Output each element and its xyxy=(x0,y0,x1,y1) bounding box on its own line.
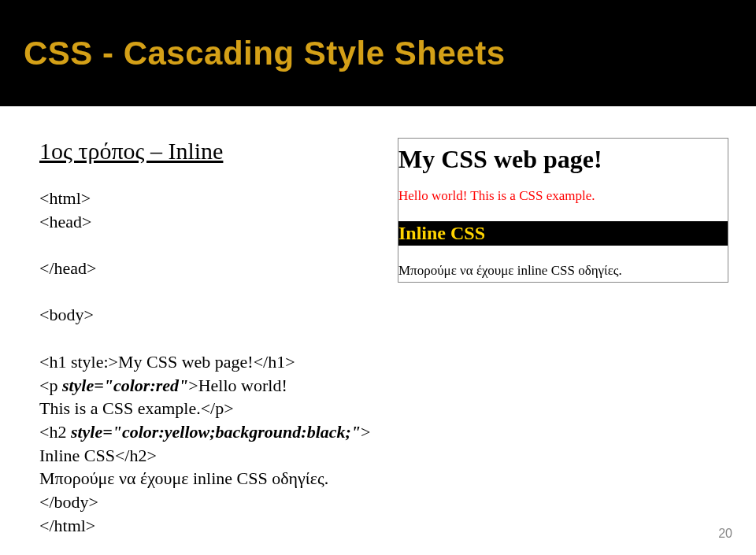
right-column: My CSS web page! Hello world! This is a … xyxy=(398,138,728,537)
code-line: <body> xyxy=(39,305,94,324)
code-style-attr: style="color:red" xyxy=(62,376,188,395)
code-line: <h1 style:>My CSS web page!</h1> xyxy=(39,352,295,372)
code-line: </head> xyxy=(39,258,96,278)
preview-paragraph: Hello world! This is a CSS example. xyxy=(398,188,728,204)
code-line: <h2 xyxy=(39,422,71,442)
code-line: Inline CSS</h2> xyxy=(39,446,157,465)
method-heading: 1ος τρόπος – Inline xyxy=(39,138,374,165)
code-line: </body> xyxy=(39,492,98,512)
code-line: </html> xyxy=(39,516,95,535)
preview-heading-2: Inline CSS xyxy=(398,221,728,246)
slide-title-bar: CSS - Cascading Style Sheets xyxy=(0,0,756,106)
page-number: 20 xyxy=(718,527,732,541)
slide-content: 1ος τρόπος – Inline <html> <head> </head… xyxy=(0,106,756,537)
code-line: > xyxy=(361,422,370,442)
preview-heading-1: My CSS web page! xyxy=(398,145,728,174)
browser-preview: My CSS web page! Hello world! This is a … xyxy=(398,138,728,283)
code-line: <head> xyxy=(39,212,91,231)
code-block: <html> <head> </head> <body> <h1 style:>… xyxy=(39,187,374,537)
preview-body-text: Μπορούμε να έχουμε inline CSS οδηγίες. xyxy=(398,263,728,279)
code-line: <html> xyxy=(39,188,91,208)
code-line: >Hello world! xyxy=(188,376,287,395)
slide-title: CSS - Cascading Style Sheets xyxy=(24,35,506,72)
code-line: This is a CSS example.</p> xyxy=(39,398,234,418)
code-line: <p xyxy=(39,376,62,395)
left-column: 1ος τρόπος – Inline <html> <head> </head… xyxy=(39,138,374,537)
code-line: Μπορούμε να έχουμε inline CSS οδηγίες. xyxy=(39,468,328,488)
code-style-attr: style="color:yellow;background:black;" xyxy=(71,422,361,442)
